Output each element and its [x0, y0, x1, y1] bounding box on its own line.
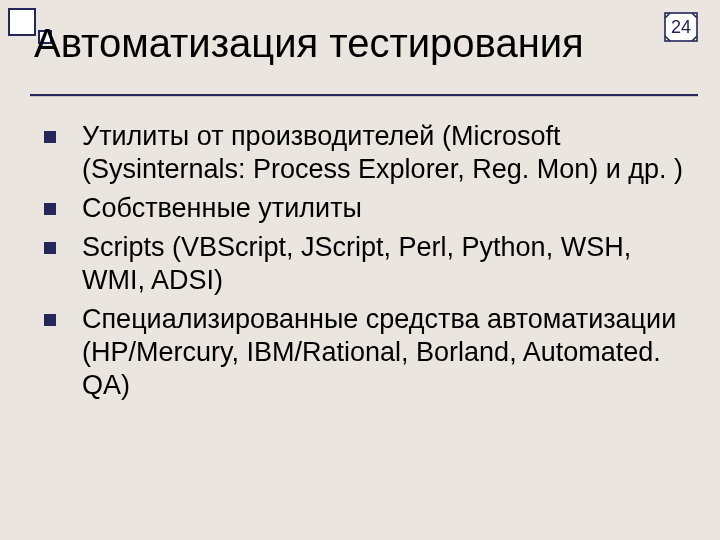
slide-body: Утилиты от производителей (Microsoft (Sy… [44, 120, 686, 408]
title-divider [30, 94, 698, 96]
slide: 24 Автоматизация тестирования Утилиты от… [0, 0, 720, 540]
bullet-icon [44, 203, 56, 215]
list-item-text: Специализированные средства автоматизаци… [82, 303, 686, 402]
square-icon [8, 8, 36, 36]
slide-title: Автоматизация тестирования [34, 22, 650, 64]
list-item: Scripts (VBScript, JScript, Perl, Python… [44, 231, 686, 297]
list-item-text: Утилиты от производителей (Microsoft (Sy… [82, 120, 686, 186]
list-item: Собственные утилиты [44, 192, 686, 225]
bullet-icon [44, 131, 56, 143]
bullet-icon [44, 314, 56, 326]
slide-number: 24 [664, 12, 698, 42]
list-item-text: Scripts (VBScript, JScript, Perl, Python… [82, 231, 686, 297]
list-item-text: Собственные утилиты [82, 192, 686, 225]
bullet-icon [44, 242, 56, 254]
slide-number-badge: 24 [664, 12, 698, 42]
list-item: Специализированные средства автоматизаци… [44, 303, 686, 402]
list-item: Утилиты от производителей (Microsoft (Sy… [44, 120, 686, 186]
